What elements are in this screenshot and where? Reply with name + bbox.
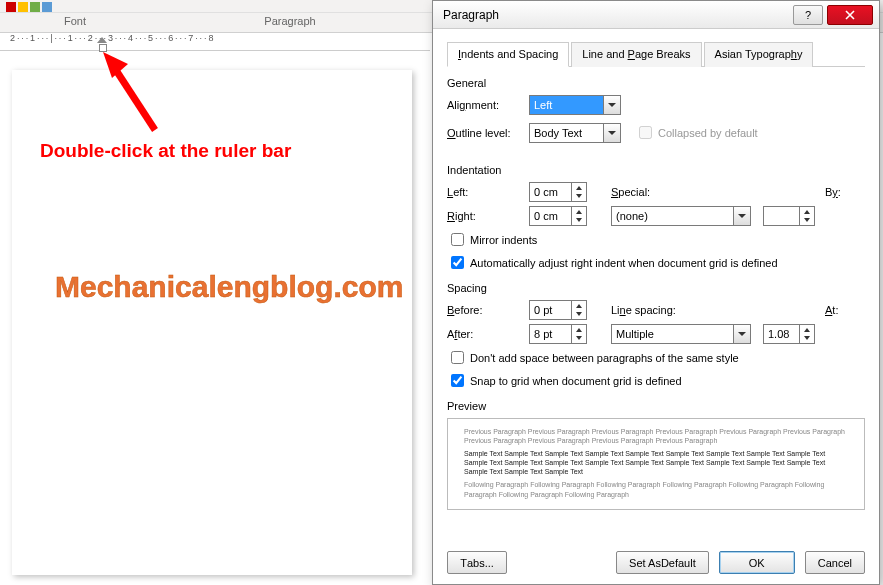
set-default-button[interactable]: Set As Default [616,551,709,574]
chevron-down-icon [733,325,750,343]
indent-marker[interactable] [97,30,107,52]
dialog-titlebar[interactable]: Paragraph ? [433,1,879,29]
close-icon [845,10,855,20]
tabs-button[interactable]: Tabs... [447,551,507,574]
dialog-title: Paragraph [443,8,499,22]
collapsed-checkbox [639,126,652,139]
ok-button[interactable]: OK [719,551,795,574]
at-value: 1.08 [768,328,789,340]
alignment-value: Left [534,99,552,111]
after-value: 8 pt [534,328,552,340]
at-label: At: [825,304,865,316]
mirror-indents-checkbox[interactable] [451,233,464,246]
paragraph-dialog: Paragraph ? Indents and Spacing Line and… [432,0,880,585]
line-spacing-label: Line spacing: [611,304,701,316]
svg-marker-1 [103,52,128,78]
line-spacing-value: Multiple [616,328,654,340]
cancel-button[interactable]: Cancel [805,551,865,574]
after-spin[interactable]: 8 pt [529,324,587,344]
indentation-heading: Indentation [447,164,865,176]
ribbon-paragraph-group-label: Paragraph [150,13,430,32]
by-spin[interactable] [763,206,815,226]
at-spin[interactable]: 1.08 [763,324,815,344]
outline-level-value: Body Text [534,127,582,139]
indent-left-value: 0 cm [534,186,558,198]
collapsed-label: Collapsed by default [658,127,758,139]
before-value: 0 pt [534,304,552,316]
indent-right-spin[interactable]: 0 cm [529,206,587,226]
dont-add-space-label: Don't add space between paragraphs of th… [470,352,739,364]
outline-level-combo[interactable]: Body Text [529,123,621,143]
outline-level-label: Outline level: [447,127,529,139]
tab-asian-typography[interactable]: Asian Typography [704,42,814,67]
help-button[interactable]: ? [793,5,823,25]
after-label: After: [447,328,529,340]
indent-right-value: 0 cm [534,210,558,222]
preview-sample-text: Sample Text Sample Text Sample Text Samp… [464,449,848,476]
snap-grid-checkbox[interactable] [451,374,464,387]
ribbon-color-swatches [0,2,52,12]
dialog-tabs: Indents and Spacing Line and Page Breaks… [447,41,865,67]
indent-right-label: Right: [447,210,529,222]
special-value: (none) [616,210,648,222]
watermark-text: Mechanicalengblog.com [55,270,403,304]
spacing-heading: Spacing [447,282,865,294]
mirror-indents-label: Mirror indents [470,234,537,246]
annotation-arrow [100,50,170,140]
special-label: Special: [611,186,693,198]
line-spacing-combo[interactable]: Multiple [611,324,751,344]
auto-adjust-checkbox[interactable] [451,256,464,269]
chevron-down-icon [603,96,620,114]
dialog-button-row: Tabs... Set As Default OK Cancel [447,551,865,574]
preview-box: Previous Paragraph Previous Paragraph Pr… [447,418,865,510]
before-label: Before: [447,304,529,316]
preview-heading: Preview [447,400,865,412]
preview-prev-text: Previous Paragraph Previous Paragraph Pr… [464,427,848,445]
close-button[interactable] [827,5,873,25]
tab-line-page-breaks[interactable]: Line and Page Breaks [571,42,701,67]
chevron-down-icon [733,207,750,225]
snap-grid-label: Snap to grid when document grid is defin… [470,375,682,387]
by-label: By: [825,186,865,198]
indent-left-spin[interactable]: 0 cm [529,182,587,202]
horizontal-ruler[interactable]: 2 · · · 1 · · · | · · · 1 · · · 2 · · · … [0,33,430,51]
chevron-down-icon [603,124,620,142]
preview-following-text: Following Paragraph Following Paragraph … [464,480,848,498]
indent-left-label: Left: [447,186,529,198]
special-combo[interactable]: (none) [611,206,751,226]
dont-add-space-checkbox[interactable] [451,351,464,364]
svg-line-0 [112,64,155,130]
tab-indents-spacing[interactable]: Indents and Spacing [447,42,569,67]
annotation-text: Double-click at the ruler bar [40,140,291,162]
before-spin[interactable]: 0 pt [529,300,587,320]
alignment-combo[interactable]: Left [529,95,621,115]
general-heading: General [447,77,865,89]
alignment-label: Alignment: [447,99,529,111]
auto-adjust-label: Automatically adjust right indent when d… [470,257,778,269]
ribbon-font-group-label: Font [0,13,150,32]
